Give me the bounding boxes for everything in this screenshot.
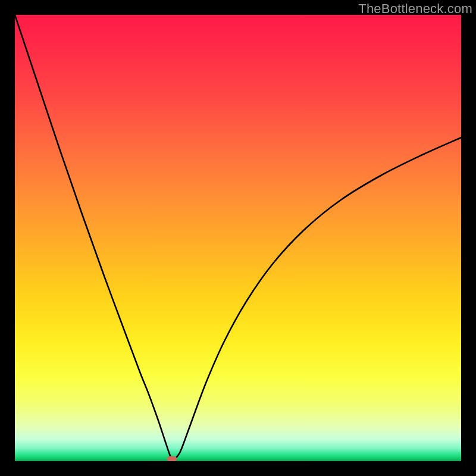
watermark-label: TheBottleneck.com [358, 1, 472, 17]
minimum-marker [167, 456, 177, 461]
chart-svg [15, 15, 461, 461]
bottleneck-curve [15, 15, 461, 459]
plot-area [15, 15, 461, 461]
curve-path [15, 15, 461, 459]
chart-frame: TheBottleneck.com [0, 0, 476, 476]
minimum-point-marker [167, 456, 177, 461]
